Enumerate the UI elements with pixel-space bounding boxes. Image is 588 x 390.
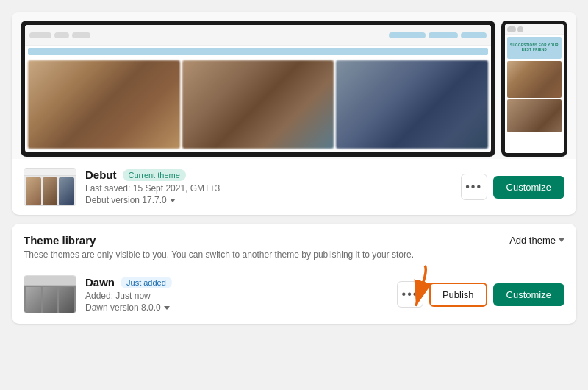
library-theme-actions: ••• Publish Customize [397,281,564,308]
library-version-chevron-icon[interactable] [164,306,170,310]
desktop-screen [25,25,491,152]
current-theme-more-button[interactable]: ••• [461,174,487,200]
library-theme-more-button[interactable]: ••• [397,281,423,308]
current-theme-customize-button[interactable]: Customize [493,176,564,199]
current-theme-info-row: Debut Current theme Last saved: 15 Sept … [12,159,576,215]
library-title: Theme library [24,234,96,247]
library-subtitle: These themes are only visible to you. Yo… [24,249,564,260]
library-theme-meta: Dawn Just added Added: Just now Dawn ver… [85,276,388,313]
library-theme-added: Added: Just now [85,291,388,301]
current-theme-meta: Debut Current theme Last saved: 15 Sept … [85,169,452,205]
theme-preview-area: SUGGESTIONS FOR YOUR BEST FRIEND [12,12,576,159]
theme-library-section: Theme library Add theme These themes are… [12,224,576,324]
library-theme-version: Dawn version 8.0.0 [85,302,161,313]
version-chevron-icon[interactable] [170,199,176,202]
mobile-screen: SUGGESTIONS FOR YOUR BEST FRIEND [505,24,564,153]
add-theme-label: Add theme [509,235,556,246]
publish-button[interactable]: Publish [429,283,487,307]
mobile-mockup: SUGGESTIONS FOR YOUR BEST FRIEND [501,21,567,157]
library-theme-row: Dawn Just added Added: Just now Dawn ver… [24,269,564,313]
library-theme-thumbnail [24,275,76,313]
library-theme-name: Dawn [85,276,115,288]
current-theme-last-saved: Last saved: 15 Sept 2021, GMT+3 [85,183,452,194]
library-theme-badge: Just added [121,277,172,288]
current-theme-thumbnail [24,168,76,206]
current-theme-card: SUGGESTIONS FOR YOUR BEST FRIEND [12,12,576,215]
library-header: Theme library Add theme [24,234,564,247]
add-theme-button[interactable]: Add theme [509,235,564,246]
library-theme-customize-button[interactable]: Customize [493,283,564,306]
current-theme-version: Debut version 17.7.0 [85,195,167,205]
mobile-banner-text: SUGGESTIONS FOR YOUR BEST FRIEND [510,43,559,52]
add-theme-chevron-icon [559,238,564,242]
current-theme-badge: Current theme [123,169,186,181]
current-theme-actions: ••• Customize [461,174,564,200]
desktop-mockup [21,21,495,157]
current-theme-name: Debut [85,169,117,181]
